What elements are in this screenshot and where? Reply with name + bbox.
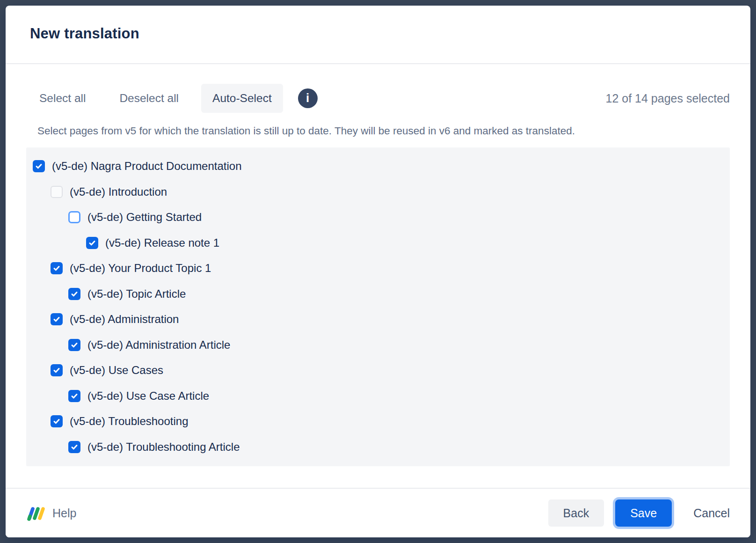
- checkbox-checked[interactable]: [33, 160, 45, 172]
- checkbox-checked[interactable]: [51, 313, 63, 325]
- checkbox-checked[interactable]: [51, 364, 63, 376]
- checkbox-checked[interactable]: [68, 288, 80, 300]
- tree-item: (v5-de) Use Cases: [26, 358, 730, 383]
- footer-actions: Back Save Cancel: [548, 499, 730, 527]
- tree-item-label: (v5-de) Troubleshooting: [70, 415, 188, 428]
- checkbox-checked[interactable]: [68, 441, 80, 453]
- auto-select-button[interactable]: Auto-Select: [201, 84, 283, 113]
- help-link[interactable]: Help: [26, 505, 76, 521]
- tree-item-label: (v5-de) Your Product Topic 1: [70, 262, 211, 275]
- save-button[interactable]: Save: [615, 499, 672, 527]
- dialog-body: Select all Deselect all Auto-Select 12 o…: [6, 64, 750, 488]
- checkbox-unchecked[interactable]: [68, 211, 80, 223]
- checkbox-checked[interactable]: [51, 262, 63, 274]
- page-tree: (v5-de) Nagra Product Documentation(v5-d…: [26, 147, 730, 466]
- tree-item: (v5-de) Topic Article: [26, 281, 730, 307]
- tree-item-label: (v5-de) Administration: [70, 313, 179, 326]
- help-brand-icon: [26, 505, 45, 521]
- selection-toolbar: Select all Deselect all Auto-Select 12 o…: [26, 84, 730, 113]
- checkbox-checked[interactable]: [51, 415, 63, 427]
- cancel-button[interactable]: Cancel: [693, 499, 730, 527]
- tree-item-label: (v5-de) Administration Article: [87, 338, 230, 352]
- info-icon[interactable]: [298, 88, 318, 108]
- tree-item-label: (v5-de) Release note 1: [105, 236, 219, 249]
- dialog-header: New translation: [6, 6, 750, 64]
- pages-selected-status: 12 of 14 pages selected: [606, 92, 730, 105]
- tree-item: (v5-de) Your Product Topic 1: [26, 256, 730, 281]
- tree-item-label: (v5-de) Nagra Product Documentation: [52, 160, 242, 173]
- select-all-button[interactable]: Select all: [28, 84, 97, 113]
- tree-item: (v5-de) Release note 1: [26, 230, 730, 256]
- tree-item: (v5-de) Troubleshooting: [26, 409, 730, 434]
- tree-item-label: (v5-de) Topic Article: [87, 287, 186, 301]
- dialog-footer: Help Back Save Cancel: [6, 488, 750, 537]
- tree-item: (v5-de) Use Case Article: [26, 383, 730, 409]
- tree-item-label: (v5-de) Introduction: [70, 185, 167, 198]
- checkbox-checked[interactable]: [68, 390, 80, 402]
- dialog-description: Select pages from v5 for which the trans…: [37, 125, 730, 137]
- tree-item: (v5-de) Troubleshooting Article: [26, 434, 730, 460]
- checkbox-unchecked[interactable]: [51, 186, 63, 198]
- back-button[interactable]: Back: [548, 499, 604, 527]
- tree-item: (v5-de) Introduction: [26, 179, 730, 205]
- tree-item: (v5-de) Nagra Product Documentation: [26, 154, 730, 179]
- tree-item-label: (v5-de) Getting Started: [87, 211, 202, 224]
- tree-item: (v5-de) Getting Started: [26, 205, 730, 230]
- new-translation-dialog: New translation Select all Deselect all …: [6, 6, 750, 537]
- help-label: Help: [52, 506, 76, 520]
- page-title: New translation: [30, 25, 726, 42]
- checkbox-checked[interactable]: [68, 339, 80, 351]
- tree-item-label: (v5-de) Use Cases: [70, 364, 163, 377]
- tree-item: (v5-de) Administration: [26, 307, 730, 332]
- tree-item-label: (v5-de) Troubleshooting Article: [87, 440, 240, 454]
- deselect-all-button[interactable]: Deselect all: [108, 84, 190, 113]
- checkbox-checked[interactable]: [86, 237, 98, 249]
- tree-item-label: (v5-de) Use Case Article: [87, 389, 209, 403]
- tree-item: (v5-de) Administration Article: [26, 332, 730, 358]
